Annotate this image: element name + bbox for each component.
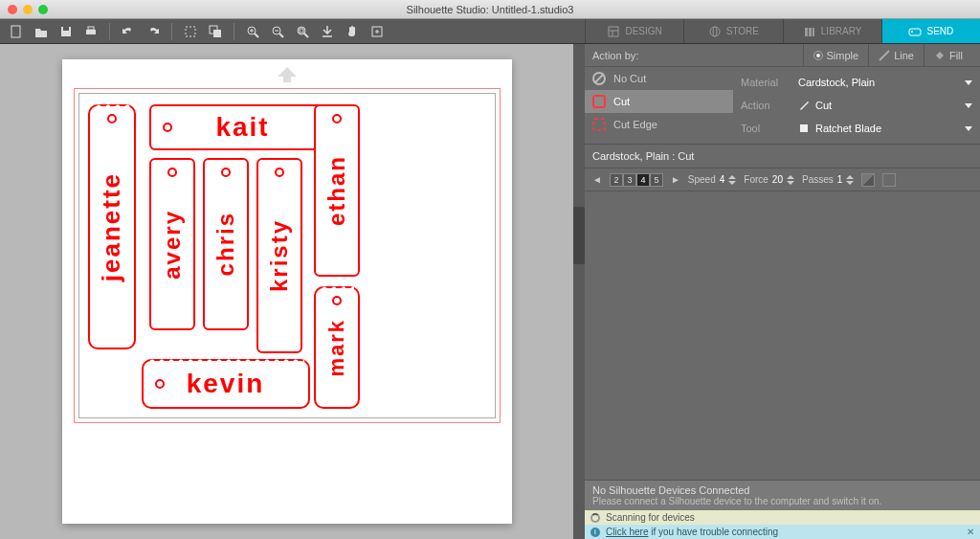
tab-label: STORE bbox=[726, 26, 759, 36]
mode-fill[interactable]: Fill bbox=[924, 44, 972, 67]
blade-seg-3[interactable]: 3 bbox=[623, 173, 636, 187]
svg-rect-2 bbox=[63, 27, 69, 31]
svg-rect-3 bbox=[86, 30, 96, 34]
tag-mark[interactable]: mark bbox=[314, 286, 360, 409]
blade-seg-2[interactable]: 2 bbox=[610, 173, 623, 187]
panel-divider[interactable] bbox=[573, 44, 585, 539]
tag-hole bbox=[107, 114, 117, 124]
tag-hole bbox=[155, 379, 165, 389]
tag-hole bbox=[167, 168, 177, 177]
svg-rect-5 bbox=[186, 27, 195, 36]
title-bar: Silhouette Studio: Untitled-1.studio3 bbox=[0, 0, 980, 19]
tag-chris[interactable]: chris bbox=[203, 158, 249, 330]
tag-text: ethan bbox=[323, 155, 350, 226]
minimize-window-button[interactable] bbox=[23, 5, 33, 14]
tag-jeanette[interactable]: jeanette bbox=[88, 104, 136, 349]
tool-label: Tool bbox=[741, 123, 789, 134]
svg-line-31 bbox=[880, 51, 889, 60]
main-toolbar bbox=[0, 19, 585, 44]
passes-value: 1 bbox=[837, 174, 843, 185]
artboard-button[interactable] bbox=[367, 21, 388, 42]
tab-send[interactable]: SEND bbox=[881, 19, 980, 43]
speed-value: 4 bbox=[720, 174, 725, 185]
cut-icon bbox=[590, 93, 608, 110]
download-button[interactable] bbox=[317, 21, 338, 42]
cutmode-cut[interactable]: Cut bbox=[585, 90, 733, 113]
window-controls bbox=[8, 5, 48, 14]
selection-copy-button[interactable] bbox=[205, 21, 226, 42]
svg-rect-35 bbox=[593, 119, 605, 130]
passes-spinner[interactable] bbox=[846, 175, 854, 185]
help-link[interactable]: Click here bbox=[606, 527, 648, 537]
tab-label: DESIGN bbox=[625, 26, 661, 36]
open-file-button[interactable] bbox=[31, 21, 52, 42]
tag-hole bbox=[163, 123, 172, 132]
blade-seg-4[interactable]: 4 bbox=[636, 173, 650, 187]
speed-spinner[interactable] bbox=[728, 175, 736, 185]
svg-rect-29 bbox=[909, 29, 921, 35]
redo-button[interactable] bbox=[143, 21, 164, 42]
zoom-out-button[interactable] bbox=[267, 21, 288, 42]
material-dropdown[interactable]: Cardstock, Plain bbox=[798, 77, 972, 88]
svg-rect-36 bbox=[800, 124, 808, 132]
help-connecting-row[interactable]: i Click here if you have trouble connect… bbox=[585, 525, 980, 539]
save-button[interactable] bbox=[56, 21, 77, 42]
fill-icon bbox=[934, 50, 946, 61]
divider-handle[interactable] bbox=[573, 207, 585, 264]
tag-text: kait bbox=[215, 112, 269, 143]
zoom-in-button[interactable] bbox=[242, 21, 263, 42]
tag-text: chris bbox=[212, 212, 239, 276]
svg-rect-7 bbox=[213, 30, 221, 37]
tag-kait[interactable]: kait bbox=[149, 104, 337, 150]
device-status-line1: No Silhouette Devices Connected bbox=[592, 484, 972, 496]
tag-kevin[interactable]: kevin bbox=[142, 359, 310, 409]
action-dropdown[interactable]: Cut bbox=[798, 100, 972, 111]
action-by-row: Action by: Simple Line Fill bbox=[585, 44, 980, 67]
new-file-button[interactable] bbox=[6, 21, 27, 42]
print-button[interactable] bbox=[80, 21, 101, 42]
cut-params-row: ◄ 2 3 4 5 ► Speed 4 Force 20 Passes 1 bbox=[585, 168, 980, 191]
undo-button[interactable] bbox=[118, 21, 139, 42]
blade-left-arrow[interactable]: ◄ bbox=[592, 174, 602, 185]
cutmode-nocut[interactable]: No Cut bbox=[585, 67, 733, 90]
force-spinner[interactable] bbox=[787, 175, 794, 185]
action-by-label: Action by: bbox=[592, 50, 638, 61]
store-icon bbox=[708, 25, 722, 38]
svg-point-30 bbox=[911, 31, 913, 33]
info-icon: i bbox=[590, 528, 600, 537]
tab-library[interactable]: LIBRARY bbox=[783, 19, 881, 43]
close-help-button[interactable]: ✕ bbox=[967, 527, 974, 537]
tool-dropdown[interactable]: Ratchet Blade bbox=[798, 123, 972, 134]
pan-tool-button[interactable] bbox=[342, 21, 363, 42]
spinner-icon bbox=[590, 513, 600, 523]
cut-mode-list: No Cut Cut Cut Edge bbox=[585, 67, 733, 144]
tag-kristy[interactable]: kristy bbox=[256, 158, 302, 353]
blade-seg-5[interactable]: 5 bbox=[650, 173, 663, 187]
overcut-toggle[interactable] bbox=[882, 173, 896, 187]
design-page[interactable]: jeanettekaitaverychriskristyethanmarkkev… bbox=[62, 59, 512, 524]
tab-design[interactable]: DESIGN bbox=[585, 19, 683, 43]
canvas-area[interactable]: jeanettekaitaverychriskristyethanmarkkev… bbox=[0, 44, 573, 539]
svg-rect-0 bbox=[11, 26, 20, 37]
zoom-window-button[interactable] bbox=[38, 5, 48, 14]
tab-label: LIBRARY bbox=[821, 26, 862, 36]
blade-right-arrow[interactable]: ► bbox=[671, 174, 680, 185]
material-label: Material bbox=[741, 77, 789, 88]
zoom-fit-button[interactable] bbox=[292, 21, 313, 42]
svg-rect-4 bbox=[88, 27, 94, 30]
mode-simple[interactable]: Simple bbox=[803, 44, 869, 67]
tab-store[interactable]: STORE bbox=[683, 19, 782, 43]
svg-rect-27 bbox=[809, 28, 812, 36]
line-seg-toggle[interactable] bbox=[861, 173, 875, 187]
tag-text: kristy bbox=[266, 219, 293, 292]
tag-ethan[interactable]: ethan bbox=[314, 104, 360, 277]
svg-rect-34 bbox=[593, 96, 605, 107]
mode-line[interactable]: Line bbox=[868, 44, 924, 67]
cutmode-cutedge[interactable]: Cut Edge bbox=[585, 113, 733, 136]
device-status-line2: Please connect a Silhouette device to th… bbox=[592, 496, 972, 506]
close-window-button[interactable] bbox=[8, 5, 17, 14]
radio-icon bbox=[813, 51, 823, 60]
svg-line-16 bbox=[304, 34, 308, 37]
select-tool-button[interactable] bbox=[180, 21, 201, 42]
tag-avery[interactable]: avery bbox=[149, 158, 195, 330]
